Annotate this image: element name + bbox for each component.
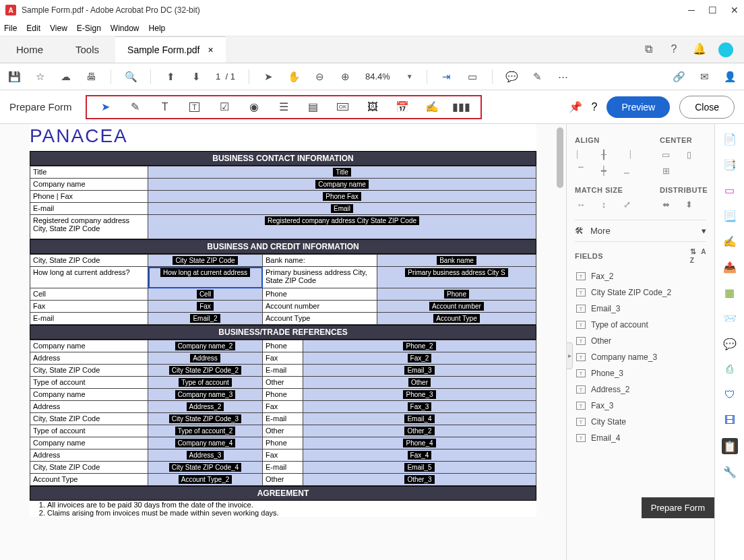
field-list-item[interactable]: TType of account [575,317,706,333]
fit-page-icon[interactable]: ▭ [466,71,478,83]
form-field[interactable]: Phone [377,288,536,301]
form-field[interactable]: Address [148,352,263,365]
zoom-in-icon[interactable]: ⊕ [340,71,352,83]
organize-icon[interactable]: ▦ [722,284,738,301]
preview-button[interactable]: Preview [607,96,670,118]
profile-icon[interactable]: 👤 [724,71,736,83]
panel-collapse-handle[interactable]: ▸ [566,342,573,369]
form-field[interactable]: Fax_2 [303,352,536,365]
tab-close-icon[interactable]: × [208,44,213,55]
signature-tool-icon[interactable]: ✍ [425,100,439,114]
print-icon[interactable]: 🖶 [85,71,97,83]
highlight-icon[interactable]: ✎ [532,71,544,83]
button-tool-icon[interactable]: OK [336,100,350,114]
form-field[interactable]: Registered company address City State ZI… [148,215,536,239]
form-field[interactable]: Bank name [377,255,536,267]
form-field[interactable]: Address_3 [148,449,263,462]
more-tools-icon[interactable]: ⋯ [557,71,569,83]
fill-sign-icon[interactable]: ✍ [722,233,738,249]
pin-icon[interactable]: 📌 [569,100,582,113]
match-width-icon[interactable]: ↔ [575,198,587,210]
form-field[interactable]: Phone_3 [303,389,536,401]
menu-window[interactable]: Window [111,24,140,33]
zoom-out-icon[interactable]: ⊖ [314,71,326,83]
menu-esign[interactable]: E-Sign [77,24,101,33]
form-field[interactable]: City State ZIP Code [148,255,263,267]
email-icon[interactable]: ✉ [698,71,710,83]
form-field[interactable]: Email_4 [303,413,536,425]
barcode-tool-icon[interactable]: ▮▮▮ [455,100,468,114]
help-prepare-icon[interactable]: ? [592,101,598,113]
form-field[interactable]: Company name_2 [148,340,263,352]
page-down-icon[interactable]: ⬇ [190,71,202,83]
tab-document[interactable]: Sample Form.pdf × [115,36,226,63]
form-field[interactable]: Email_5 [303,462,536,474]
align-middle-icon[interactable]: ┿ [598,164,610,177]
form-field[interactable]: Email_2 [148,313,263,325]
field-list-item[interactable]: TAddress_2 [575,381,706,398]
tab-home[interactable]: Home [0,36,59,63]
field-list-item[interactable]: TCity State [575,414,706,430]
rich-media-icon[interactable]: 🎞 [722,412,738,429]
center-h-icon[interactable]: ▭ [660,148,672,160]
page-current[interactable]: 1 [216,71,220,82]
text-tool-icon[interactable]: T [158,100,172,114]
center-both-icon[interactable]: ⊞ [660,164,672,177]
form-field[interactable]: Company name_4 [148,437,263,449]
menu-file[interactable]: File [4,24,17,33]
comment-tool-icon[interactable]: 💬 [722,336,738,352]
image-tool-icon[interactable]: 🖼 [366,100,379,114]
list-tool-icon[interactable]: ☰ [277,100,290,114]
form-field[interactable]: Account number [377,301,536,313]
maximize-button[interactable]: ☐ [708,5,717,15]
field-list-item[interactable]: TOther [575,333,706,349]
form-field[interactable]: Phone_4 [303,437,536,449]
document-scrollbar[interactable] [557,124,565,560]
field-list-item[interactable]: TFax_3 [575,398,706,414]
prepare-form-tool-icon[interactable]: 📋 [722,438,738,454]
align-right-icon[interactable]: ⎹ [621,148,633,160]
field-list-item[interactable]: TFax_2 [575,268,706,284]
align-bottom-icon[interactable]: ⎽ [621,164,633,177]
zoom-level[interactable]: 84.4% [365,71,390,82]
form-field[interactable]: Fax_4 [303,449,536,462]
tab-tools[interactable]: Tools [59,36,115,63]
form-field[interactable]: Address_2 [148,401,263,413]
center-v-icon[interactable]: ▯ [683,148,695,160]
distribute-h-icon[interactable]: ⬌ [660,198,672,210]
share-screen-icon[interactable]: ⧉ [642,42,655,56]
field-list-item[interactable]: TPhone_3 [575,365,706,381]
create-pdf-icon[interactable]: 📄 [722,131,738,147]
zoom-dropdown-icon[interactable]: ▼ [406,73,413,80]
form-field[interactable]: Type of account_2 [148,425,263,437]
link-icon[interactable]: 🔗 [673,71,685,83]
form-field[interactable]: Company name [148,179,536,191]
form-field[interactable]: Other [303,377,536,389]
form-field[interactable]: Email [148,203,536,215]
document-pane[interactable]: PANACEA BUSINESS CONTACT INFORMATION Tit… [0,124,566,560]
form-field[interactable]: Account Type [377,313,536,325]
save-icon[interactable]: 💾 [8,71,20,83]
form-field[interactable]: Email_3 [303,365,536,377]
request-sign-icon[interactable]: 📃 [722,208,738,224]
notifications-icon[interactable]: 🔔 [693,42,706,56]
page-up-icon[interactable]: ⬆ [164,71,177,83]
combine-icon[interactable]: 📑 [722,156,738,173]
align-top-icon[interactable]: ⎺ [575,164,587,177]
cloud-upload-icon[interactable]: ☁ [59,71,71,83]
close-window-button[interactable]: ✕ [731,5,739,15]
form-field[interactable]: Title [148,166,536,179]
form-field[interactable]: Fax [148,301,263,313]
form-field[interactable]: Phone Fax [148,191,536,203]
checkbox-tool-icon[interactable]: ☑ [218,100,231,114]
user-avatar[interactable] [718,42,733,57]
menu-edit[interactable]: Edit [26,24,40,33]
align-left-icon[interactable]: ⎸ [575,148,587,160]
menu-view[interactable]: View [50,24,67,33]
hand-icon[interactable]: ✋ [288,71,301,83]
text-field-icon[interactable]: T [188,100,202,114]
dropdown-tool-icon[interactable]: ▤ [307,100,320,114]
form-field[interactable]: Primary business address City S [377,267,536,288]
date-tool-icon[interactable]: 📅 [396,100,409,114]
sort-icon[interactable]: ⇅ [690,247,697,255]
